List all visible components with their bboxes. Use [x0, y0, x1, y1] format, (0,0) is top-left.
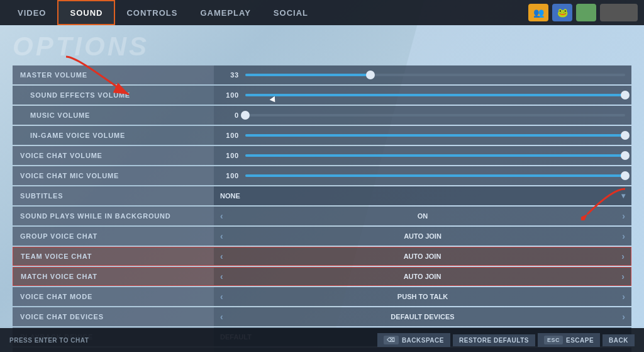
bottom-bar: PRESS ENTER TO CHAT ⌫ BACKSPACE RESTORE … [0, 328, 644, 352]
nav-setting-group-voice-chat: ‹AUTO JOIN› [214, 227, 631, 246]
nav-right-group-voice-chat[interactable]: › [622, 231, 625, 241]
tab-sound[interactable]: SOUND [57, 0, 115, 25]
back-button[interactable]: BACK [602, 334, 635, 346]
setting-label-voice-chat-devices: VOICE CHAT DEVICES [13, 307, 214, 326]
slider-track-ingame-voice-volume [245, 134, 625, 137]
nav-tabs: VIDEO SOUND CONTROLS GAMEPLAY SOCIAL [6, 0, 319, 25]
nav-right-icons: 👥 🐸 [528, 4, 638, 21]
slider-thumb-voice-chat-volume[interactable] [621, 151, 630, 160]
restore-label: RESTORE DEFAULTS [459, 337, 529, 344]
setting-value-ingame-voice-volume: 100 [214, 126, 631, 145]
setting-label-match-voice-chat: MATCH VOICE CHAT [13, 267, 214, 286]
slider-container-sound-effects-volume[interactable] [245, 94, 625, 96]
setting-row-voice-chat-mode: VOICE CHAT MODE‹PUSH TO TALK› [13, 287, 631, 306]
slider-fill-voice-chat-mic-volume [245, 174, 625, 177]
slider-number-voice-chat-volume: 100 [220, 152, 239, 159]
navbar: VIDEO SOUND CONTROLS GAMEPLAY SOCIAL 👥 🐸 [0, 0, 644, 25]
back-label: BACK [609, 337, 628, 344]
tab-controls[interactable]: CONTROLS [115, 0, 189, 25]
slider-container-voice-chat-mic-volume[interactable] [245, 174, 625, 177]
slider-number-ingame-voice-volume: 100 [220, 132, 239, 139]
setting-row-ingame-voice-volume: IN-GAME VOICE VOLUME100 [13, 126, 631, 145]
slider-container-ingame-voice-volume[interactable] [245, 134, 625, 137]
backspace-button[interactable]: ⌫ BACKSPACE [377, 333, 450, 347]
nav-value-sound-plays-bg: ON [223, 212, 623, 220]
tab-social[interactable]: SOCIAL [262, 0, 319, 25]
escape-key: ESC [544, 336, 563, 344]
setting-label-voice-chat-volume: VOICE CHAT VOLUME [13, 146, 214, 165]
setting-value-music-volume: 0 [214, 106, 631, 125]
escape-button[interactable]: ESC ESCAPE [538, 333, 600, 347]
setting-value-voice-chat-mic-volume: 100 [214, 166, 631, 185]
nav-right-team-voice-chat[interactable]: › [621, 251, 625, 261]
page-title: OPTIONS [13, 31, 644, 62]
nav-value-voice-chat-devices: DEFAULT DEVICES [223, 313, 623, 321]
nav-right-voice-chat-devices[interactable]: › [622, 312, 625, 322]
slider-fill-voice-chat-volume [245, 154, 625, 157]
setting-value-sound-effects-volume: 100 [214, 86, 631, 105]
setting-label-master-volume: MASTER VOLUME [13, 65, 214, 84]
nav-setting-voice-chat-mode: ‹PUSH TO TALK› [214, 287, 631, 306]
dropdown-subtitles[interactable]: NONE▾ [214, 186, 631, 205]
setting-label-voice-chat-mic-volume: VOICE CHAT MIC VOLUME [13, 166, 214, 185]
slider-container-music-volume[interactable] [245, 114, 625, 116]
slider-number-voice-chat-mic-volume: 100 [220, 172, 239, 179]
setting-label-sound-plays-bg: SOUND PLAYS WHILE IN BACKGROUND [13, 207, 214, 225]
slider-number-master-volume: 33 [220, 71, 239, 79]
restore-defaults-button[interactable]: RESTORE DEFAULTS [453, 334, 535, 346]
settings-panel: MASTER VOLUME33SOUND EFFECTS VOLUME100MU… [13, 65, 631, 352]
setting-label-music-volume: MUSIC VOLUME [13, 106, 214, 125]
icon-players[interactable]: 👥 [528, 4, 548, 21]
dropdown-value-subtitles: NONE [220, 192, 240, 200]
setting-row-team-voice-chat: TEAM VOICE CHAT‹AUTO JOIN› [13, 247, 631, 266]
backspace-label: BACKSPACE [402, 337, 444, 344]
nav-value-group-voice-chat: AUTO JOIN [223, 232, 623, 240]
bottom-actions: ⌫ BACKSPACE RESTORE DEFAULTS ESC ESCAPE … [377, 333, 635, 347]
setting-label-ingame-voice-volume: IN-GAME VOICE VOLUME [13, 126, 214, 145]
icon-group[interactable]: 🐸 [552, 4, 572, 21]
nav-setting-voice-chat-devices: ‹DEFAULT DEVICES› [214, 307, 631, 326]
slider-fill-ingame-voice-volume [245, 134, 625, 137]
nav-right-match-voice-chat[interactable]: › [621, 271, 625, 281]
escape-label: ESCAPE [566, 337, 594, 344]
setting-label-sound-effects-volume: SOUND EFFECTS VOLUME [13, 86, 214, 105]
slider-thumb-voice-chat-mic-volume[interactable] [621, 171, 630, 180]
slider-thumb-master-volume[interactable] [366, 71, 375, 79]
setting-row-voice-chat-devices: VOICE CHAT DEVICES‹DEFAULT DEVICES› [13, 307, 631, 326]
setting-row-sound-effects-volume: SOUND EFFECTS VOLUME100 [13, 86, 631, 105]
slider-fill-sound-effects-volume [245, 94, 625, 96]
nav-setting-team-voice-chat: ‹AUTO JOIN› [214, 247, 631, 266]
nav-value-voice-chat-mode: PUSH TO TALK [223, 293, 623, 300]
icon-status [576, 4, 596, 21]
slider-thumb-music-volume[interactable] [241, 111, 250, 120]
tab-video[interactable]: VIDEO [6, 0, 57, 25]
nav-right-voice-chat-mode[interactable]: › [622, 292, 625, 302]
setting-row-music-volume: MUSIC VOLUME0 [13, 106, 631, 125]
slider-track-voice-chat-mic-volume [245, 174, 625, 177]
setting-label-team-voice-chat: TEAM VOICE CHAT [13, 247, 214, 266]
slider-track-music-volume [245, 114, 625, 116]
setting-value-voice-chat-volume: 100 [214, 146, 631, 165]
tab-gameplay[interactable]: GAMEPLAY [189, 0, 262, 25]
setting-row-master-volume: MASTER VOLUME33 [13, 65, 631, 84]
nav-right-sound-plays-bg[interactable]: › [622, 211, 625, 221]
nav-setting-match-voice-chat: ‹AUTO JOIN› [214, 267, 631, 286]
page-title-area: OPTIONS [0, 25, 644, 65]
nav-value-team-voice-chat: AUTO JOIN [223, 253, 622, 260]
slider-track-master-volume [245, 74, 625, 76]
slider-thumb-ingame-voice-volume[interactable] [621, 131, 630, 140]
slider-container-voice-chat-volume[interactable] [245, 154, 625, 157]
slider-track-sound-effects-volume [245, 94, 625, 96]
setting-row-voice-chat-volume: VOICE CHAT VOLUME100 [13, 146, 631, 165]
slider-number-music-volume: 0 [220, 111, 239, 119]
setting-row-group-voice-chat: GROUP VOICE CHAT‹AUTO JOIN› [13, 227, 631, 246]
setting-row-match-voice-chat: MATCH VOICE CHAT‹AUTO JOIN› [13, 267, 631, 286]
nav-setting-sound-plays-bg: ‹ON› [214, 207, 631, 225]
slider-fill-master-volume [245, 74, 370, 76]
slider-thumb-sound-effects-volume[interactable] [621, 91, 630, 99]
setting-row-voice-chat-mic-volume: VOICE CHAT MIC VOLUME100 [13, 166, 631, 185]
slider-track-voice-chat-volume [245, 154, 625, 157]
slider-container-master-volume[interactable] [245, 74, 625, 76]
backspace-key: ⌫ [384, 336, 399, 344]
setting-label-voice-chat-mode: VOICE CHAT MODE [13, 287, 214, 306]
